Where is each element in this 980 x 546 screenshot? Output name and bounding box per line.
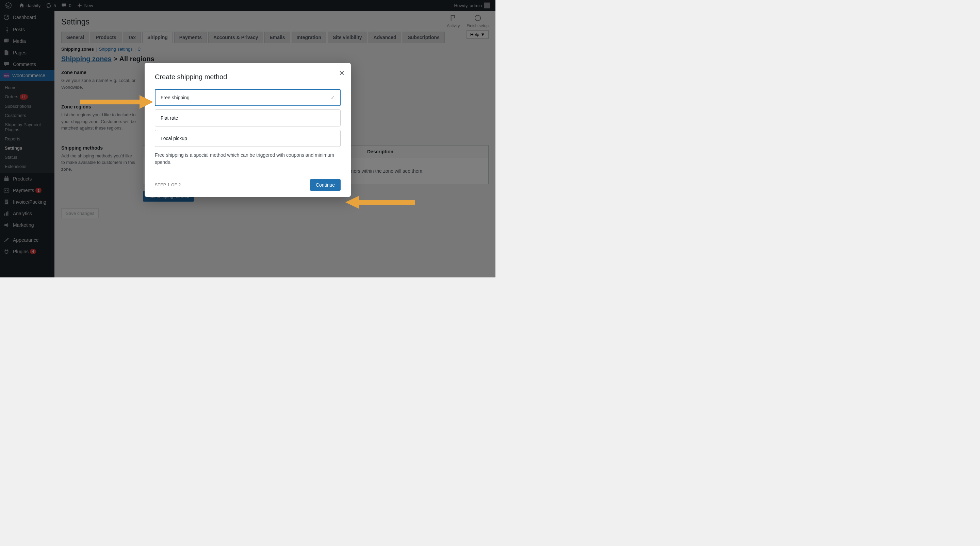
- option-flat-rate[interactable]: Flat rate: [155, 110, 340, 127]
- step-indicator: STEP 1 OF 2: [155, 183, 181, 187]
- close-icon[interactable]: ✕: [339, 69, 345, 77]
- check-icon: ✓: [331, 95, 335, 100]
- annotation-arrow-left: [80, 94, 155, 111]
- modal-title: Create shipping method: [155, 73, 340, 81]
- create-shipping-modal: ✕ Create shipping method Free shipping ✓…: [145, 63, 351, 197]
- option-local-pickup[interactable]: Local pickup: [155, 130, 340, 147]
- option-free-shipping[interactable]: Free shipping ✓: [155, 89, 340, 106]
- continue-button[interactable]: Continue: [310, 179, 340, 191]
- annotation-arrow-right: [344, 195, 415, 211]
- modal-description: Free shipping is a special method which …: [155, 152, 340, 166]
